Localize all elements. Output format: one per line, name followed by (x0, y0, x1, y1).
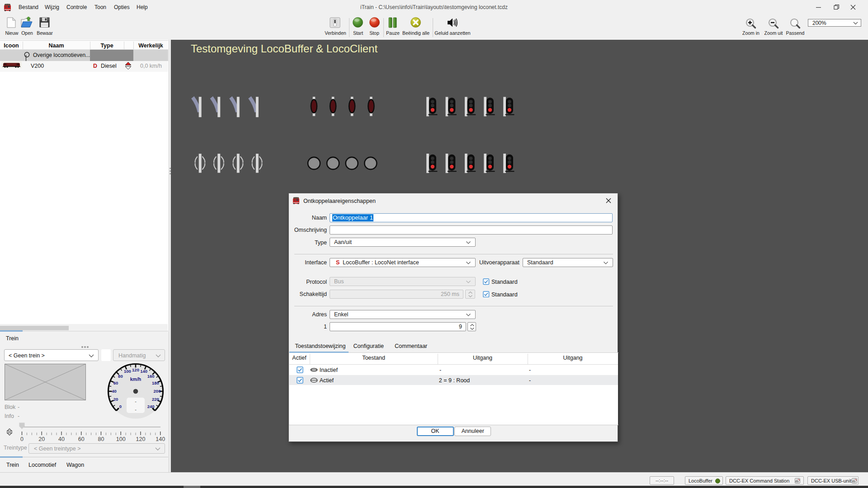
svg-text:40: 40 (112, 389, 117, 394)
svg-text:0: 0 (119, 404, 122, 409)
svg-text:80: 80 (118, 374, 123, 379)
svg-text:km/h: km/h (130, 376, 142, 382)
svg-text:120: 120 (132, 367, 139, 372)
svg-text:-: - (135, 407, 137, 412)
svg-text:240: 240 (147, 404, 155, 409)
svg-text:140: 140 (140, 369, 147, 374)
svg-text:60: 60 (113, 380, 118, 385)
svg-text:220: 220 (152, 397, 159, 402)
svg-text:180: 180 (152, 380, 159, 385)
svg-text:200: 200 (154, 389, 161, 394)
svg-text:160: 160 (147, 374, 155, 379)
svg-text:100: 100 (124, 369, 131, 374)
svg-text:20: 20 (113, 397, 118, 402)
svg-text:-: - (135, 399, 137, 404)
